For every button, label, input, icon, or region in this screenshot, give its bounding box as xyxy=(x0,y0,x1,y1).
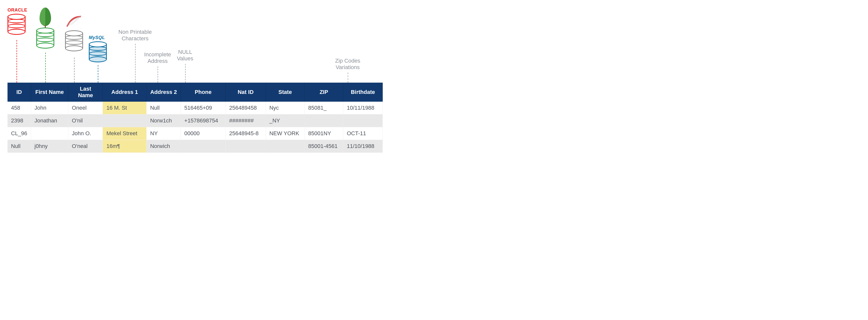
table-cell: OCT-11 xyxy=(343,127,383,140)
connector-line xyxy=(74,58,74,83)
table-cell: 00000 xyxy=(181,127,226,140)
table-cell: 11/10/1988 xyxy=(343,140,383,153)
table-cell: 16m¶ xyxy=(103,140,147,153)
connector-line xyxy=(45,53,46,83)
table-cell: John O. xyxy=(68,127,103,140)
table-cell: Nyc xyxy=(266,101,304,114)
mysql-logo: MySQL xyxy=(89,35,107,40)
table-cell: Norw1ch xyxy=(147,114,181,127)
table-cell: O'neal xyxy=(68,140,103,153)
table-cell xyxy=(31,127,68,140)
table-cell: ######## xyxy=(226,114,266,127)
sqlserver-flag-icon xyxy=(65,14,83,29)
database-icon xyxy=(65,30,83,50)
database-icon xyxy=(89,41,107,61)
oracle-logo: ORACLE xyxy=(7,7,27,13)
table-header-cell: First Name xyxy=(31,83,68,101)
table-header-cell: Address 1 xyxy=(103,83,147,101)
database-icon xyxy=(7,14,26,34)
table-cell xyxy=(181,140,226,153)
table-cell: 85081_ xyxy=(305,101,343,114)
source-oracle: ORACLE xyxy=(7,7,27,34)
table-cell: 458 xyxy=(7,101,31,114)
table-cell: 25648945-8 xyxy=(226,127,266,140)
table-cell: 256489458 xyxy=(226,101,266,114)
annotation-null: NULLValues xyxy=(170,49,200,62)
table-header-cell: Phone xyxy=(181,83,226,101)
connector-line xyxy=(348,72,348,83)
mongodb-leaf-icon xyxy=(39,7,51,26)
source-sqlserver xyxy=(65,14,83,50)
table-cell: 516465+09 xyxy=(181,101,226,114)
diagram-stage: ORACLE MySQL xyxy=(5,7,385,150)
table-cell xyxy=(343,114,383,127)
table-cell: Mekel Street xyxy=(103,127,147,140)
table-cell xyxy=(103,114,147,127)
table-cell: CL_96 xyxy=(7,127,31,140)
annotation-zip: Zip CodesVariations xyxy=(328,58,368,71)
table-header-cell: Last Name xyxy=(68,83,103,101)
table-cell: _NY xyxy=(266,114,304,127)
table-row: 2398JonathanO'nilNorw1ch+1578698754#####… xyxy=(7,114,383,127)
table-header-row: IDFirst NameLast NameAddress 1Address 2P… xyxy=(7,83,383,101)
table-cell: 10/11/1988 xyxy=(343,101,383,114)
table-header-cell: Birthdate xyxy=(343,83,383,101)
table-header-cell: ZIP xyxy=(305,83,343,101)
source-mongodb xyxy=(36,7,54,48)
table-cell: j0hny xyxy=(31,140,68,153)
table-cell xyxy=(226,140,266,153)
table-cell: Oneel xyxy=(68,101,103,114)
table-header-cell: Address 2 xyxy=(147,83,181,101)
table-cell: Null xyxy=(147,101,181,114)
table-cell xyxy=(266,140,304,153)
table-row: Nullj0hnyO'neal16m¶Norwich85001-456111/1… xyxy=(7,140,383,153)
table-cell: Jonathan xyxy=(31,114,68,127)
connector-line xyxy=(158,66,158,83)
table-cell: NY xyxy=(147,127,181,140)
table-cell: John xyxy=(31,101,68,114)
table-cell: 2398 xyxy=(7,114,31,127)
source-mysql: MySQL xyxy=(89,35,107,61)
data-table: IDFirst NameLast NameAddress 1Address 2P… xyxy=(7,83,383,153)
database-icon xyxy=(36,28,54,48)
table-cell: 16 M. St xyxy=(103,101,147,114)
table-cell: Norwich xyxy=(147,140,181,153)
connector-line xyxy=(185,64,186,83)
table-header-cell: Nat ID xyxy=(226,83,266,101)
table-cell: +1578698754 xyxy=(181,114,226,127)
connector-line xyxy=(17,40,17,83)
connector-line xyxy=(98,65,98,83)
table-cell: O'nil xyxy=(68,114,103,127)
table-cell xyxy=(305,114,343,127)
table-row: 458JohnOneel16 M. StNull516465+092564894… xyxy=(7,101,383,114)
annotation-nonprintable: Non PrintableCharacters xyxy=(110,29,160,42)
table-cell: Null xyxy=(7,140,31,153)
table-row: CL_96John O.Mekel StreetNY0000025648945-… xyxy=(7,127,383,140)
table-cell: 85001NY xyxy=(305,127,343,140)
table-cell: NEW YORK xyxy=(266,127,304,140)
table-header-cell: ID xyxy=(7,83,31,101)
table-cell: 85001-4561 xyxy=(305,140,343,153)
table-header-cell: State xyxy=(266,83,304,101)
